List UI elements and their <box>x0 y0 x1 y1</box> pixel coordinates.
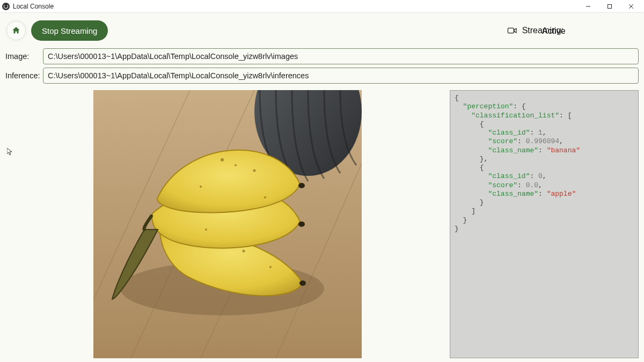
image-path-input[interactable] <box>43 48 639 64</box>
svg-point-13 <box>235 164 237 166</box>
streaming-status: Streaming: <box>507 26 639 35</box>
svg-rect-4 <box>508 28 514 33</box>
inference-output-panel: { "perception": { "classification_list":… <box>450 90 639 358</box>
stop-streaming-button[interactable]: Stop Streaming <box>31 20 108 41</box>
svg-point-16 <box>243 250 245 253</box>
svg-point-21 <box>298 221 305 227</box>
home-icon <box>11 26 21 35</box>
streaming-value: Active <box>542 26 566 36</box>
close-button[interactable] <box>620 0 642 13</box>
svg-point-15 <box>205 228 207 231</box>
main-area: { "perception": { "classification_list":… <box>2 87 642 358</box>
svg-point-20 <box>298 183 305 188</box>
inference-path-label: Inference: <box>5 71 40 80</box>
svg-point-12 <box>221 158 224 161</box>
cursor-icon <box>7 148 12 158</box>
svg-point-14 <box>253 169 256 172</box>
maximize-button[interactable] <box>599 0 620 13</box>
svg-rect-1 <box>608 4 612 8</box>
window-title: Local Console <box>13 3 54 10</box>
image-preview <box>93 90 362 358</box>
image-path-row: Image: <box>2 48 642 68</box>
minimize-button[interactable] <box>577 0 599 13</box>
window-titlebar: Local Console <box>0 0 644 13</box>
inference-path-row: Inference: <box>2 68 642 87</box>
svg-point-17 <box>269 266 272 268</box>
svg-point-19 <box>264 196 266 198</box>
inference-path-input[interactable] <box>43 68 639 84</box>
svg-point-22 <box>299 280 306 286</box>
toolbar: Stop Streaming Streaming: Active <box>2 20 642 48</box>
camera-icon <box>507 27 518 34</box>
home-button[interactable] <box>6 21 26 40</box>
app-icon <box>2 3 10 10</box>
svg-point-18 <box>200 186 202 188</box>
image-path-label: Image: <box>5 52 40 61</box>
